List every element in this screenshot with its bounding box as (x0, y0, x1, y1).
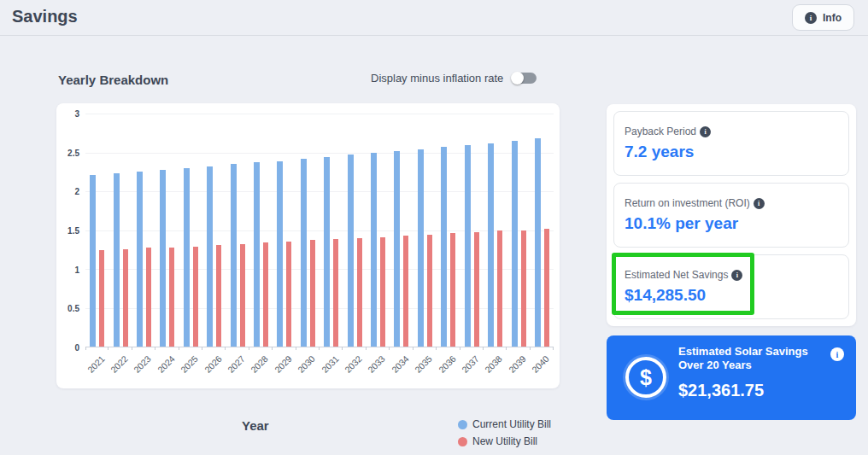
x-tick (155, 347, 155, 350)
x-tick (249, 347, 249, 350)
y-tick-label: 3 (74, 109, 79, 119)
x-tick (296, 347, 296, 350)
bar-new-2025[interactable] (193, 247, 198, 347)
bar-new-2024[interactable] (169, 248, 174, 347)
page-header: Savings i Info (0, 0, 868, 36)
info-icon[interactable]: i (700, 126, 711, 137)
bar-current-2028[interactable] (254, 162, 260, 347)
bar-current-2021[interactable] (90, 175, 96, 347)
bar-new-2029[interactable] (286, 242, 291, 347)
stat-value: $14,285.50 (625, 286, 838, 305)
page-title: Savings (12, 7, 78, 26)
x-tick (389, 347, 390, 350)
x-tick-label: 2040 (530, 353, 551, 375)
solar-savings-label: Estimated Solar Savings Over 20 Years (678, 345, 824, 373)
x-tick (202, 347, 202, 350)
x-tick (108, 347, 108, 350)
x-tick-label: 2037 (460, 353, 481, 375)
inflation-toggle-switch[interactable] (512, 73, 537, 84)
x-tick-label: 2022 (108, 353, 130, 375)
bar-new-2032[interactable] (357, 238, 362, 347)
x-tick (413, 347, 413, 350)
x-tick (436, 347, 437, 350)
bar-current-2023[interactable] (137, 172, 143, 347)
bar-current-2039[interactable] (512, 141, 518, 347)
bar-new-2036[interactable] (450, 233, 455, 347)
chart-plot: 2021202220232024202520262027202820292030… (85, 114, 554, 347)
x-tick (225, 347, 226, 350)
stat-card-roi: Return on investment (ROI) i 10.1% per y… (613, 183, 849, 248)
chart-card: 00.511.522.53 20212022202320242025202620… (56, 103, 560, 388)
bar-current-2031[interactable] (324, 157, 330, 347)
info-icon[interactable]: i (731, 270, 742, 281)
bar-current-2035[interactable] (418, 149, 424, 347)
x-tick (530, 347, 531, 350)
stat-value: 10.1% per year (625, 214, 838, 233)
gridline (85, 114, 554, 114)
inflation-toggle-label: Display minus inflation rate (371, 72, 503, 85)
x-tick-label: 2025 (179, 353, 200, 375)
x-tick-label: 2038 (483, 353, 504, 375)
stat-value: 7.2 years (625, 143, 838, 161)
info-button[interactable]: i Info (792, 4, 854, 31)
bar-current-2025[interactable] (184, 168, 190, 347)
bar-new-2034[interactable] (403, 236, 408, 347)
toggle-knob (511, 72, 524, 85)
bar-current-2032[interactable] (348, 155, 354, 347)
bar-new-2035[interactable] (427, 235, 432, 347)
bar-current-2029[interactable] (277, 161, 283, 347)
bar-current-2036[interactable] (441, 147, 447, 347)
y-tick-label: 1.5 (67, 226, 79, 236)
bar-new-2033[interactable] (380, 237, 385, 347)
bar-new-2031[interactable] (333, 239, 338, 347)
bar-current-2027[interactable] (231, 164, 237, 347)
bar-new-2039[interactable] (521, 230, 526, 347)
bar-new-2028[interactable] (263, 242, 268, 347)
y-tick-label: 2 (74, 187, 79, 196)
x-tick-label: 2039 (507, 353, 528, 375)
bar-new-2038[interactable] (497, 230, 502, 347)
bar-new-2027[interactable] (240, 244, 245, 347)
y-tick-label: 1 (74, 265, 79, 274)
gridline (85, 308, 554, 309)
bar-new-2040[interactable] (544, 229, 549, 347)
x-tick (179, 347, 179, 350)
bar-current-2038[interactable] (488, 143, 494, 347)
legend-label: Current Utility Bill (472, 418, 551, 430)
x-tick-label: 2024 (155, 353, 177, 375)
x-tick (553, 347, 554, 350)
legend-item-current-utility-bill: Current Utility Bill (458, 418, 551, 430)
bar-current-2030[interactable] (301, 159, 307, 347)
chart-legend: Current Utility Bill New Utility Bill (458, 418, 551, 447)
stat-label: Estimated Net Savings (625, 269, 728, 281)
bar-current-2034[interactable] (394, 151, 400, 347)
inflation-toggle-row: Display minus inflation rate (371, 72, 537, 85)
stat-card-payback-period: Payback Period i 7.2 years (613, 111, 849, 176)
bar-new-2030[interactable] (310, 240, 315, 347)
bar-new-2026[interactable] (216, 245, 221, 347)
legend-item-new-utility-bill: New Utility Bill (458, 435, 551, 447)
stat-label: Return on investment (ROI) (625, 197, 750, 209)
y-tick-label: 0.5 (67, 304, 79, 313)
legend-dot (458, 420, 467, 429)
x-tick-label: 2035 (413, 353, 434, 375)
bar-new-2022[interactable] (123, 249, 128, 347)
x-tick-label: 2032 (343, 353, 364, 375)
x-tick (272, 347, 273, 350)
bar-current-2037[interactable] (465, 145, 471, 347)
x-tick (460, 347, 460, 350)
x-tick-label: 2034 (390, 353, 411, 375)
bar-new-2037[interactable] (474, 232, 479, 347)
bar-new-2021[interactable] (99, 250, 104, 347)
x-tick (342, 347, 343, 350)
bar-new-2023[interactable] (146, 248, 151, 347)
bar-current-2022[interactable] (114, 173, 120, 347)
x-tick (319, 347, 320, 350)
info-icon[interactable]: i (754, 198, 765, 209)
bar-current-2033[interactable] (371, 153, 377, 347)
bar-current-2040[interactable] (535, 138, 541, 347)
info-icon[interactable]: i (830, 347, 844, 361)
bar-current-2026[interactable] (207, 166, 213, 347)
bar-current-2024[interactable] (160, 170, 166, 347)
section-title-yearly-breakdown: Yearly Breakdown (58, 73, 168, 87)
